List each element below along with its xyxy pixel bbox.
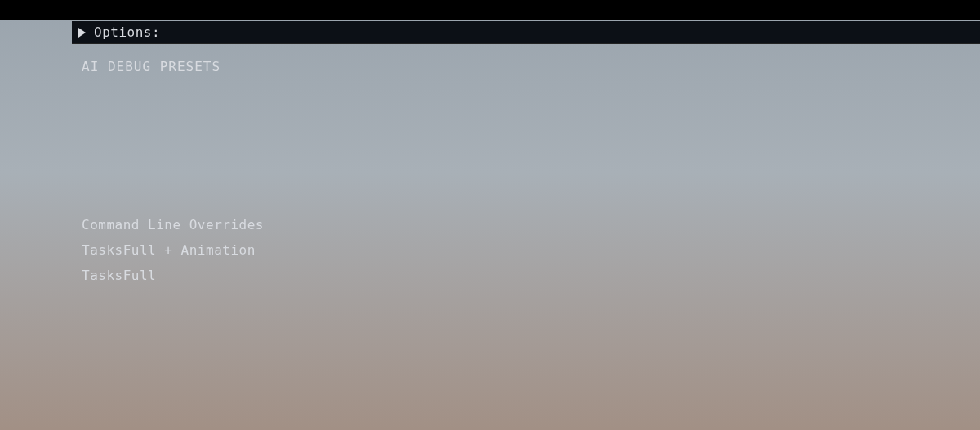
top-hint-bar [0, 0, 980, 20]
preset-list: Command Line Overrides TasksFull + Anima… [72, 212, 357, 288]
preset-item[interactable]: TasksFull + Animation [72, 237, 357, 263]
preset-item[interactable]: Command Line Overrides [72, 212, 357, 237]
sidebar-title: AI DEBUG PRESETS [82, 59, 349, 74]
expand-triangle-icon [78, 28, 86, 38]
options-header[interactable]: Options: [72, 21, 980, 44]
options-label: Options: [94, 24, 160, 40]
preset-item[interactable]: TasksFull [72, 263, 357, 288]
